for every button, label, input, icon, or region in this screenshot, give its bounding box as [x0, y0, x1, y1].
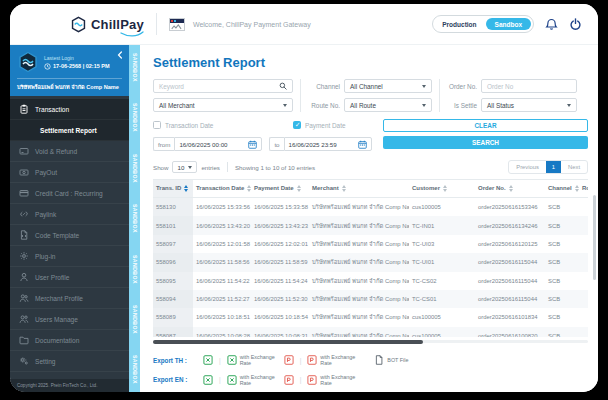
keyword-input[interactable]: Keyword: [153, 79, 293, 93]
cell-route: [579, 253, 588, 271]
logout-power-icon[interactable]: [569, 18, 582, 31]
vertical-scrollbar-thumb[interactable]: [593, 195, 596, 280]
payment-date-checkbox-label: Payment Date: [305, 122, 346, 129]
route-label: Route No.: [308, 102, 340, 109]
sandbox-ribbon-text: SANDBOX: [132, 355, 138, 384]
sort-icon[interactable]: [509, 185, 513, 192]
from-date-input[interactable]: 16/06/2025 00:00: [174, 137, 262, 151]
column-header-transaction_date[interactable]: Transaction Date: [193, 180, 251, 198]
previous-page-button[interactable]: Previous: [509, 161, 546, 173]
column-header-merchant[interactable]: Merchant: [309, 180, 409, 198]
is-settle-select[interactable]: All Status: [481, 98, 577, 112]
export-excel-with-label-button[interactable]: with Exchange Rate: [227, 354, 278, 366]
divider: [17, 78, 122, 79]
top-bar: ChillPay Welcome, ChillPay Payment Gatew…: [10, 4, 598, 44]
export-row: Export EN :|with Exchange Rate|with Exch…: [153, 374, 588, 386]
export-pdf-button[interactable]: [284, 355, 294, 365]
column-header-payment_date[interactable]: Payment Date: [251, 180, 309, 198]
payment-date-checkbox[interactable]: [293, 121, 301, 129]
cell-trans_id: 558094: [153, 290, 193, 308]
to-date-input[interactable]: 16/06/2025 23:59: [284, 137, 372, 151]
clear-button[interactable]: CLEAR: [383, 119, 588, 132]
sort-icon[interactable]: [247, 185, 251, 192]
sidebar-item-settlement-report[interactable]: Settlement Report: [10, 120, 129, 141]
column-header-order_no[interactable]: Order No.: [475, 180, 545, 198]
excel-icon: [203, 375, 213, 385]
table-row[interactable]: 55809616/06/2025 11:58:5616/06/2025 11:5…: [153, 253, 588, 271]
sidebar-item-void-refund[interactable]: Void & Refund: [10, 141, 129, 162]
environment-toggle[interactable]: Production Sandbox: [432, 15, 534, 33]
sidebar-item-credit-card-recurring[interactable]: Credit Card : Recurring: [10, 183, 129, 204]
folder-icon: [19, 335, 29, 345]
column-header-channel[interactable]: Channel: [545, 180, 579, 198]
transaction-date-checkbox[interactable]: [153, 121, 161, 129]
sidebar-item-user-profile[interactable]: User Profile: [10, 267, 129, 288]
calendar-icon[interactable]: [248, 140, 257, 149]
export-excel-button[interactable]: [203, 375, 213, 385]
sidebar-item-users-manage[interactable]: Users Manage: [10, 309, 129, 330]
cell-customer: TC-UI01: [409, 253, 475, 271]
sort-icon[interactable]: [575, 185, 579, 192]
table-row[interactable]: 55808916/06/2025 10:18:5116/06/2025 10:1…: [153, 308, 588, 326]
sidebar-item-paylink[interactable]: Paylink: [10, 204, 129, 225]
sidebar-item-merchant-profile[interactable]: Merchant Profile: [10, 288, 129, 309]
merchant-select[interactable]: All Merchant: [153, 98, 293, 112]
sort-icon[interactable]: [184, 185, 188, 192]
calendar-icon[interactable]: [358, 140, 367, 149]
column-header-label: Transaction Date: [196, 185, 244, 191]
horizontal-scrollbar-thumb[interactable]: [153, 340, 423, 344]
search-icon[interactable]: [279, 82, 287, 90]
production-toggle-option[interactable]: Production: [435, 19, 483, 30]
sandbox-ribbon-text: SANDBOX: [132, 204, 138, 233]
table-row[interactable]: 55809716/06/2025 12:01:5816/06/2025 12:0…: [153, 235, 588, 253]
search-button[interactable]: SEARCH: [383, 136, 588, 149]
table-row[interactable]: 55809416/06/2025 11:52:2716/06/2025 11:5…: [153, 290, 588, 308]
route-select[interactable]: All Route: [344, 98, 432, 112]
divider: [300, 79, 301, 112]
next-page-button[interactable]: Next: [561, 161, 587, 173]
column-header-route[interactable]: Route: [579, 180, 588, 198]
export-excel-button[interactable]: [203, 355, 213, 365]
export-row-label: Export EN :: [153, 376, 197, 383]
separator: |: [219, 357, 221, 364]
current-page-button[interactable]: 1: [546, 161, 561, 173]
sidebar-item-transaction[interactable]: Transaction: [10, 99, 129, 120]
sidebar-item-setting[interactable]: Setting: [10, 351, 129, 372]
sidebar-item-code-template[interactable]: Code Template: [10, 225, 129, 246]
table-row[interactable]: 55810116/06/2025 13:43:2016/06/2025 13:4…: [153, 216, 588, 234]
bot-file-icon: [374, 355, 384, 365]
export-bot-file-with-label-button[interactable]: BOT File: [374, 355, 408, 365]
export-pdf-button[interactable]: [284, 375, 294, 385]
sandbox-toggle-option[interactable]: Sandbox: [486, 18, 531, 30]
sidebar-item-documentation[interactable]: Documentation: [10, 330, 129, 351]
credit-card-icon: [19, 188, 29, 198]
export-excel-with-label-button[interactable]: with Exchange Rate: [227, 374, 278, 386]
cell-transaction_date: 16/06/2025 13:43:20: [193, 216, 251, 234]
sidebar-collapse-chevron-icon[interactable]: [116, 51, 124, 59]
export-pdf-with-label-button[interactable]: with Exchange Rate: [307, 374, 358, 386]
pdf-icon: [307, 375, 317, 385]
channel-select[interactable]: All Channel: [344, 79, 432, 93]
table-row[interactable]: 55813016/06/2025 15:33:5616/06/2025 15:3…: [153, 198, 588, 217]
sort-icon[interactable]: [342, 185, 346, 192]
column-header-customer[interactable]: Customer: [409, 180, 475, 198]
order-no-input[interactable]: Order No: [481, 79, 577, 93]
page-size-select[interactable]: 10: [172, 161, 197, 173]
sort-icon[interactable]: [297, 185, 301, 192]
order-no-label: Order No.: [447, 83, 477, 90]
sort-icon[interactable]: [443, 185, 447, 192]
sidebar-item-plug-in[interactable]: Plug-in: [10, 246, 129, 267]
pagination: Previous 1 Next: [508, 160, 588, 174]
table-row[interactable]: 55809516/06/2025 11:54:2216/06/2025 11:5…: [153, 272, 588, 290]
channel-select-value: All Channel: [350, 83, 383, 90]
sandbox-ribbon-text: SANDBOX: [132, 154, 138, 183]
notifications-bell-icon[interactable]: [545, 18, 558, 31]
column-header-trans_id[interactable]: Trans. ID: [153, 180, 193, 198]
horizontal-scrollbar[interactable]: [153, 340, 588, 343]
sidebar-item-payout[interactable]: PayOut: [10, 162, 129, 183]
show-label: Show: [153, 164, 168, 171]
export-pdf-with-label-button[interactable]: with Exchange Rate: [307, 354, 358, 366]
clipboard-icon: [19, 104, 29, 114]
table-row[interactable]: 55808716/06/2025 10:08:2816/06/2025 10:0…: [153, 327, 588, 337]
cell-channel: SCB: [545, 272, 579, 290]
